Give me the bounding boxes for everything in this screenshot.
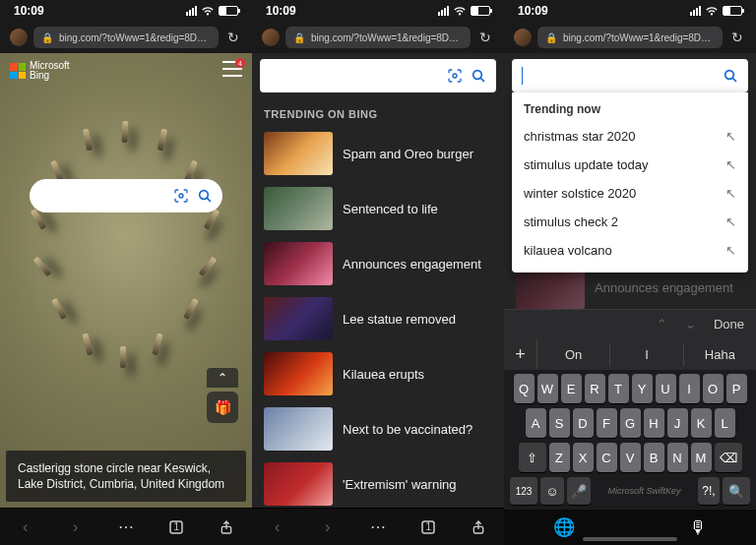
key-e[interactable]: E <box>561 374 582 403</box>
prev-field-button[interactable]: ⌃ <box>657 317 667 332</box>
key-t[interactable]: T <box>608 374 629 403</box>
bing-logo[interactable]: MicrosoftBing <box>10 61 70 81</box>
reload-button[interactable]: ↻ <box>224 30 242 45</box>
reload-button[interactable]: ↻ <box>476 30 494 45</box>
key-i[interactable]: I <box>679 374 700 403</box>
insert-arrow-icon[interactable]: ↖ <box>725 214 736 229</box>
forward-button[interactable]: › <box>312 515 344 539</box>
key-s[interactable]: S <box>549 408 570 438</box>
search-bar-focused[interactable] <box>512 59 748 92</box>
key-b[interactable]: B <box>644 443 664 472</box>
suggestion-item[interactable]: christmas star 2020↖ <box>512 122 748 151</box>
forward-button[interactable]: › <box>60 515 92 539</box>
expand-up-button[interactable]: ⌃ <box>207 368 238 388</box>
prediction-plus[interactable]: + <box>504 340 537 369</box>
url-field[interactable]: 🔒 bing.com/?toWww=1&redig=8DC83424F97B40… <box>33 27 219 48</box>
key-l[interactable]: L <box>715 408 735 438</box>
more-button[interactable]: ⋯ <box>110 515 142 539</box>
suggestion-item[interactable]: kilauea volcano↖ <box>512 236 748 265</box>
profile-avatar[interactable] <box>10 29 28 46</box>
tabs-button[interactable]: 1 <box>412 515 444 539</box>
backspace-key[interactable]: ⌫ <box>715 443 742 472</box>
suggestion-item[interactable]: winter solstice 2020↖ <box>512 179 748 208</box>
trending-item[interactable]: Lee statue removed <box>252 291 504 346</box>
key-d[interactable]: D <box>573 408 594 438</box>
trending-item[interactable]: Announces engagement <box>252 236 504 291</box>
search-icon[interactable] <box>471 68 486 84</box>
search-key[interactable]: 🔍 <box>723 477 750 505</box>
prediction-item[interactable]: On <box>537 343 610 366</box>
numbers-key[interactable]: 123 <box>510 477 537 505</box>
prediction-item[interactable]: I <box>610 343 683 366</box>
trending-item[interactable]: Sentenced to life <box>252 181 504 236</box>
share-button[interactable] <box>463 515 494 539</box>
visual-search-icon[interactable] <box>447 68 463 84</box>
mic-key[interactable]: 🎤 <box>567 477 591 505</box>
key-j[interactable]: J <box>667 408 688 438</box>
suggestion-item[interactable]: stimulus update today↖ <box>512 151 748 179</box>
dictation-key[interactable]: 🎙 <box>689 517 707 538</box>
insert-arrow-icon[interactable]: ↖ <box>725 243 736 258</box>
key-m[interactable]: M <box>691 443 712 472</box>
key-a[interactable]: A <box>526 408 546 438</box>
url-text: bing.com/?toWww=1&redig=8DC83424F97B40..… <box>59 32 211 43</box>
prediction-bar: + On I Haha <box>504 338 756 370</box>
logo-line2: Bing <box>30 70 49 81</box>
visual-search-icon[interactable] <box>173 188 189 204</box>
status-right <box>186 6 238 16</box>
home-indicator[interactable] <box>583 537 677 541</box>
key-g[interactable]: G <box>620 408 641 438</box>
key-n[interactable]: N <box>667 443 688 472</box>
search-icon[interactable] <box>723 68 738 84</box>
trending-item[interactable]: 'Extremism' warning <box>252 456 504 508</box>
key-y[interactable]: Y <box>632 374 653 403</box>
trending-item[interactable]: Spam and Oreo burger <box>252 126 504 181</box>
back-button[interactable]: ‹ <box>262 515 293 539</box>
svg-point-5 <box>453 74 457 78</box>
key-c[interactable]: C <box>597 443 617 472</box>
profile-avatar[interactable] <box>514 29 532 46</box>
trending-item[interactable]: Next to be vaccinated? <box>252 401 504 456</box>
key-u[interactable]: U <box>656 374 676 403</box>
trending-list[interactable]: Spam and Oreo burger Sentenced to life A… <box>252 126 504 508</box>
key-x[interactable]: X <box>573 443 594 472</box>
done-button[interactable]: Done <box>714 317 744 332</box>
key-v[interactable]: V <box>620 443 641 472</box>
globe-key[interactable]: 🌐 <box>553 516 575 538</box>
key-p[interactable]: P <box>726 374 747 403</box>
key-z[interactable]: Z <box>549 443 570 472</box>
key-w[interactable]: W <box>537 374 558 403</box>
profile-avatar[interactable] <box>262 29 280 46</box>
key-h[interactable]: H <box>644 408 664 438</box>
address-bar: 🔒 bing.com/?toWww=1&redig=8DC83424F97B40… <box>0 22 252 53</box>
insert-arrow-icon[interactable]: ↖ <box>725 129 736 144</box>
insert-arrow-icon[interactable]: ↖ <box>725 157 736 172</box>
key-o[interactable]: O <box>703 374 724 403</box>
key-f[interactable]: F <box>597 408 617 438</box>
url-field[interactable]: 🔒 bing.com/?toWww=1&redig=8DC83424F97B40… <box>285 27 471 48</box>
punctuation-key[interactable]: ?!, <box>698 477 720 505</box>
url-field[interactable]: 🔒 bing.com/?toWww=1&redig=8DC83424F97B40… <box>537 27 723 48</box>
trending-thumb <box>264 242 333 285</box>
prediction-item[interactable]: Haha <box>684 343 756 366</box>
insert-arrow-icon[interactable]: ↖ <box>725 186 736 201</box>
search-icon[interactable] <box>197 188 213 204</box>
tabs-button[interactable]: 1 <box>160 515 192 539</box>
key-r[interactable]: R <box>585 374 605 403</box>
emoji-key[interactable]: ☺ <box>540 477 564 505</box>
back-button[interactable]: ‹ <box>10 515 41 539</box>
search-bar[interactable] <box>260 59 496 92</box>
shift-key[interactable]: ⇧ <box>519 443 546 472</box>
menu-button[interactable]: 4 <box>222 61 242 77</box>
share-button[interactable] <box>211 515 242 539</box>
rewards-button[interactable]: 🎁 <box>207 392 238 423</box>
key-q[interactable]: Q <box>514 374 535 403</box>
key-k[interactable]: K <box>691 408 712 438</box>
search-bar[interactable] <box>30 179 222 212</box>
phone-3-search-focused: 10:09 🔒 bing.com/?toWww=1&redig=8DC83424… <box>504 0 756 545</box>
more-button[interactable]: ⋯ <box>362 515 394 539</box>
reload-button[interactable]: ↻ <box>728 30 746 45</box>
suggestion-item[interactable]: stimulus check 2↖ <box>512 208 748 236</box>
next-field-button[interactable]: ⌄ <box>685 317 696 332</box>
trending-item[interactable]: Kilauea erupts <box>252 346 504 401</box>
